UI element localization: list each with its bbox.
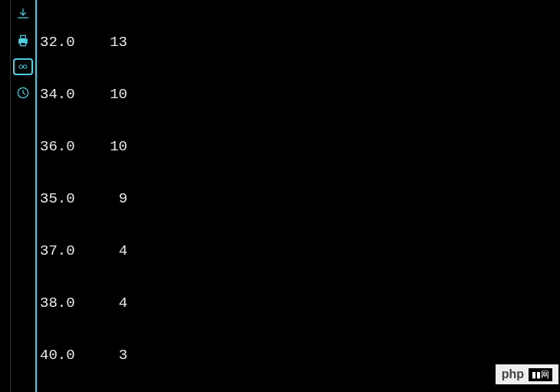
svg-rect-1 xyxy=(21,35,26,38)
terminal-output: 32.0 13 34.0 10 36.0 10 35.0 9 37.0 4 38… xyxy=(37,0,560,392)
age-row: 35.0 9 xyxy=(40,186,560,212)
download-icon[interactable] xyxy=(15,6,31,23)
age-row: 37.0 4 xyxy=(40,238,560,264)
glasses-icon[interactable] xyxy=(13,58,33,75)
svg-rect-2 xyxy=(21,43,26,46)
left-gutter xyxy=(0,0,11,392)
watermark: php ▮▮网 xyxy=(496,364,558,384)
svg-point-4 xyxy=(23,65,27,69)
svg-point-3 xyxy=(19,65,23,69)
age-row: 40.0 3 xyxy=(40,342,560,368)
toolbar xyxy=(11,0,35,392)
history-icon[interactable] xyxy=(15,84,31,101)
watermark-suffix: ▮▮网 xyxy=(529,368,552,381)
watermark-brand: php xyxy=(502,367,524,381)
print-icon[interactable] xyxy=(15,32,31,49)
age-row: 38.0 4 xyxy=(40,290,560,316)
age-row: 34.0 10 xyxy=(40,81,560,107)
age-row: 32.0 13 xyxy=(40,29,560,55)
age-row: 36.0 10 xyxy=(40,133,560,160)
